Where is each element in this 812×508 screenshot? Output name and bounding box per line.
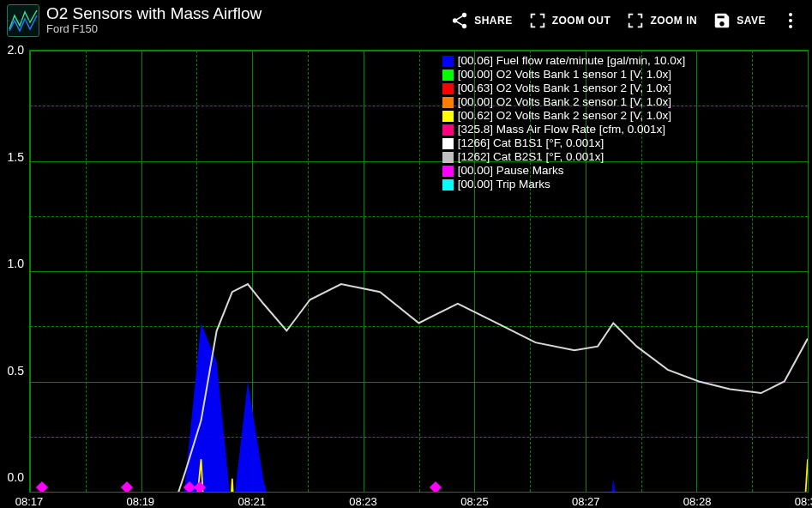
legend-label: [1262] Cat B2S1 [°F, 0.001x] (458, 150, 604, 164)
pause-marker (194, 481, 206, 493)
legend-swatch (442, 179, 454, 190)
plot-region[interactable]: [00.06] Fuel flow rate/minute [gal/min, … (29, 50, 809, 493)
legend-item: [00.63] O2 Volts Bank 1 sensor 2 [V, 1.0… (442, 82, 686, 95)
overflow-menu-button[interactable] (781, 9, 800, 32)
legend-item: [325.8] Mass Air Flow Rate [cfm, 0.001x] (442, 123, 686, 136)
header-actions: SHARE ZOOM OUT ZOOM IN SAVE (450, 9, 800, 32)
y-tick-label: 1.5 (8, 150, 24, 164)
legend-label: [00.00] Pause Marks (458, 164, 564, 178)
page-subtitle: Ford F150 (46, 23, 450, 35)
x-tick-label: 08:17 (15, 495, 44, 508)
legend-swatch (442, 152, 454, 163)
zoom-in-label: ZOOM IN (650, 15, 697, 27)
pause-marker (121, 481, 133, 493)
share-label: SHARE (474, 15, 513, 27)
app-header: O2 Sensors with Mass Airflow Ford F150 S… (0, 0, 812, 41)
zoom-out-button[interactable]: ZOOM OUT (528, 11, 611, 30)
y-tick-label: 2.0 (8, 43, 24, 57)
legend-label: [00.00] O2 Volts Bank 1 sensor 1 [V, 1.0… (458, 68, 671, 82)
legend-label: [00.06] Fuel flow rate/minute [gal/min, … (458, 54, 686, 68)
title-block: O2 Sensors with Mass Airflow Ford F150 (46, 5, 450, 35)
legend: [00.06] Fuel flow rate/minute [gal/min, … (442, 54, 686, 191)
legend-label: [00.00] O2 Volts Bank 2 sensor 1 [V, 1.0… (458, 95, 671, 109)
legend-swatch (442, 97, 454, 108)
legend-label: [00.62] O2 Volts Bank 2 sensor 2 [V, 1.0… (458, 109, 671, 123)
x-tick-label: 08:28 (683, 495, 712, 508)
share-button[interactable]: SHARE (450, 11, 513, 30)
x-tick-label: 08:21 (238, 495, 266, 508)
legend-item: [00.62] O2 Volts Bank 2 sensor 2 [V, 1.0… (442, 109, 686, 123)
legend-label: [00.63] O2 Volts Bank 1 sensor 2 [V, 1.0… (458, 82, 671, 95)
x-tick-label: 08:27 (572, 495, 600, 508)
pause-marker (36, 481, 48, 493)
legend-label: [1266] Cat B1S1 [°F, 0.001x] (458, 136, 604, 150)
legend-item: [1266] Cat B1S1 [°F, 0.001x] (442, 136, 686, 150)
y-tick-label: 0.5 (8, 364, 24, 378)
x-gridline (808, 51, 809, 492)
legend-label: [00.00] Trip Marks (458, 178, 550, 191)
x-tick-label: 08:30 (795, 495, 812, 508)
legend-swatch (442, 111, 454, 122)
series-canvas (30, 51, 808, 493)
legend-item: [1262] Cat B2S1 [°F, 0.001x] (442, 150, 686, 164)
y-tick-label: 0.0 (8, 470, 24, 484)
legend-swatch (442, 83, 454, 94)
y-tick-label: 1.0 (8, 257, 24, 270)
pause-markers (30, 481, 808, 492)
legend-item: [00.00] O2 Volts Bank 1 sensor 1 [V, 1.0… (442, 68, 686, 82)
page-title: O2 Sensors with Mass Airflow (46, 5, 450, 23)
legend-item: [00.06] Fuel flow rate/minute [gal/min, … (442, 54, 686, 68)
legend-swatch (442, 56, 454, 67)
zoom-out-label: ZOOM OUT (552, 15, 611, 27)
legend-item: [00.00] Trip Marks (442, 178, 686, 191)
legend-swatch (442, 166, 454, 177)
legend-label: [325.8] Mass Air Flow Rate [cfm, 0.001x] (458, 123, 665, 136)
x-tick-label: 08:19 (127, 495, 155, 508)
x-axis: 08:1708:1908:2108:2308:2508:2708:2808:30 (29, 493, 809, 508)
legend-swatch (442, 70, 454, 81)
app-logo-icon (7, 4, 39, 37)
x-tick-label: 08:25 (460, 495, 489, 508)
legend-swatch (442, 124, 454, 136)
legend-swatch (442, 138, 454, 149)
pause-marker (430, 481, 442, 493)
legend-item: [00.00] Pause Marks (442, 164, 686, 178)
zoom-in-button[interactable]: ZOOM IN (626, 11, 697, 30)
save-label: SAVE (737, 15, 766, 27)
legend-item: [00.00] O2 Volts Bank 2 sensor 1 [V, 1.0… (442, 95, 686, 109)
y-axis: 0.00.51.01.52.0 (0, 41, 29, 493)
x-tick-label: 08:23 (349, 495, 377, 508)
chart-area[interactable]: 0.00.51.01.52.0 [00.06] Fuel flow rate/m… (0, 41, 812, 508)
save-button[interactable]: SAVE (713, 11, 766, 30)
